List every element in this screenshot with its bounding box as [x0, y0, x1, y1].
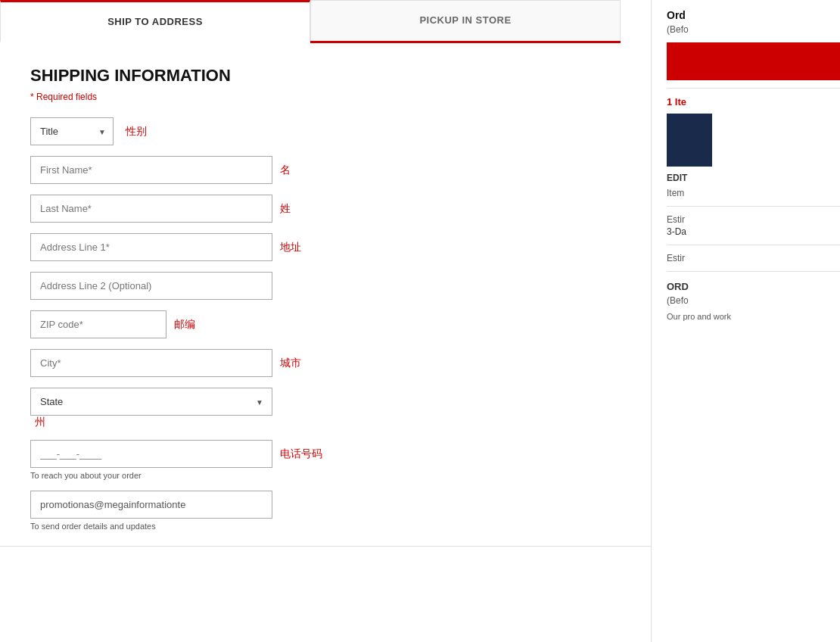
shipping-tabs: SHIP TO ADDRESS PICKUP IN STORE: [0, 0, 621, 43]
address-line2-row: [30, 272, 621, 300]
sidebar-items-label: 1 Ite: [667, 96, 840, 108]
bottom-divider: [0, 546, 651, 547]
sidebar-edit-label[interactable]: EDIT: [667, 173, 840, 183]
required-asterisk: *: [30, 92, 34, 102]
zip-code-cn-label: 邮编: [174, 318, 195, 330]
sidebar-divider-4: [667, 271, 840, 272]
city-cn-label: 城市: [280, 357, 301, 369]
last-name-cn-label: 姓: [280, 202, 291, 214]
first-name-cn-label: 名: [280, 164, 291, 176]
tab-ship-to-address[interactable]: SHIP TO ADDRESS: [0, 0, 310, 43]
first-name-input[interactable]: [30, 156, 272, 184]
sidebar-red-bar: [667, 42, 840, 80]
title-select-wrapper: Title Mr. Mrs. Ms. Dr.: [30, 117, 114, 145]
city-input[interactable]: [30, 349, 272, 377]
sidebar-estimated-total-label: Estir: [667, 253, 840, 263]
title-select[interactable]: Title Mr. Mrs. Ms. Dr.: [30, 117, 114, 145]
sidebar-promo-text: Our pro and work: [667, 312, 840, 321]
sidebar-item-count: 1 Ite: [667, 96, 686, 108]
address-line1-row: 地址: [30, 233, 621, 261]
sidebar-item-label: Item: [667, 188, 840, 198]
last-name-input[interactable]: [30, 195, 272, 223]
required-text: Required fields: [36, 92, 97, 102]
email-hint: To send order details and updates: [30, 522, 621, 531]
sidebar-divider-1: [667, 88, 840, 89]
state-row: State ALAKAZ ARCACO CTDEFL GAHIID ILINIA…: [30, 388, 621, 429]
sidebar-order-before: (Befo: [667, 295, 840, 306]
sidebar-before-text: (Befo: [667, 24, 840, 35]
email-input[interactable]: [30, 491, 272, 519]
state-cn-label: 州: [35, 416, 45, 428]
first-name-row: 名: [30, 156, 621, 184]
title-cn-label: 性别: [126, 125, 147, 139]
sidebar-divider-2: [667, 206, 840, 207]
sidebar: Ord (Befo 1 Ite EDIT Item Estir 3-Da Est…: [651, 0, 840, 642]
zip-code-row: 邮编: [30, 310, 621, 338]
state-select[interactable]: State ALAKAZ ARCACO CTDEFL GAHIID ILINIA…: [30, 388, 272, 416]
sidebar-estimated-label: Estir: [667, 214, 840, 225]
phone-cn-label: 电话号码: [280, 447, 322, 460]
required-note: * Required fields: [30, 92, 621, 102]
last-name-row: 姓: [30, 195, 621, 223]
sidebar-product-image: [667, 114, 712, 167]
phone-hint: To reach you about your order: [30, 471, 621, 480]
tab-pickup-in-store[interactable]: PICKUP IN STORE: [310, 0, 621, 41]
sidebar-order-summary-title: ORD: [667, 281, 840, 292]
title-row: Title Mr. Mrs. Ms. Dr. 性别: [30, 117, 621, 145]
sidebar-divider-3: [667, 245, 840, 245]
phone-row: 电话号码 To reach you about your order: [30, 440, 621, 480]
state-select-wrapper: State ALAKAZ ARCACO CTDEFL GAHIID ILINIA…: [30, 388, 272, 416]
city-row: 城市: [30, 349, 621, 377]
sidebar-order-title: Ord: [667, 0, 840, 24]
phone-input[interactable]: [30, 440, 272, 468]
sidebar-estimated-value: 3-Da: [667, 226, 840, 237]
address-line1-input[interactable]: [30, 233, 272, 261]
address-line1-cn-label: 地址: [280, 241, 301, 253]
zip-code-input[interactable]: [30, 310, 166, 338]
email-row: To send order details and updates: [30, 491, 621, 531]
section-title: SHIPPING INFORMATION: [30, 66, 621, 86]
address-line2-input[interactable]: [30, 272, 272, 300]
